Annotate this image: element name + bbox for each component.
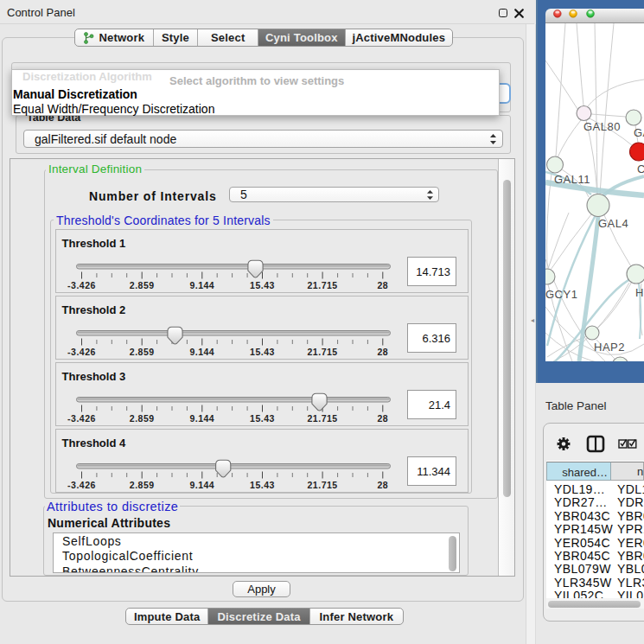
- svg-text:GAL4: GAL4: [598, 217, 628, 230]
- svg-text:-3.426: -3.426: [67, 413, 96, 424]
- svg-text:15.43: 15.43: [250, 413, 275, 424]
- svg-text:GAL80: GAL80: [583, 120, 621, 133]
- svg-text:28: 28: [377, 480, 388, 490]
- svg-text:GA: GA: [634, 126, 644, 139]
- svg-text:2.859: 2.859: [129, 413, 154, 424]
- svg-text:15.43: 15.43: [250, 347, 275, 357]
- svg-text:9.144: 9.144: [189, 347, 214, 357]
- svg-text:-3.426: -3.426: [67, 347, 96, 357]
- svg-text:C: C: [637, 163, 644, 175]
- svg-text:21.715: 21.715: [307, 347, 337, 357]
- svg-text:15.43: 15.43: [250, 480, 275, 490]
- svg-text:GAL11: GAL11: [554, 173, 590, 186]
- svg-text:9.144: 9.144: [189, 413, 214, 424]
- svg-text:28: 28: [377, 413, 388, 424]
- svg-text:28: 28: [377, 347, 388, 357]
- svg-text:GCY1: GCY1: [545, 288, 577, 301]
- svg-text:2.859: 2.859: [129, 280, 154, 290]
- svg-text:HAP2: HAP2: [594, 341, 625, 354]
- svg-text:21.715: 21.715: [307, 480, 337, 490]
- svg-text:-3.426: -3.426: [67, 280, 96, 290]
- svg-text:2.859: 2.859: [129, 347, 154, 357]
- svg-text:21.715: 21.715: [307, 280, 337, 290]
- svg-text:9.144: 9.144: [189, 280, 214, 290]
- svg-text:21.715: 21.715: [307, 413, 337, 424]
- svg-text:2.859: 2.859: [129, 480, 154, 490]
- svg-text:HI: HI: [635, 286, 644, 299]
- svg-text:9.144: 9.144: [189, 480, 214, 490]
- svg-text:-3.426: -3.426: [67, 480, 96, 490]
- svg-text:28: 28: [377, 280, 388, 290]
- svg-text:15.43: 15.43: [250, 280, 275, 290]
